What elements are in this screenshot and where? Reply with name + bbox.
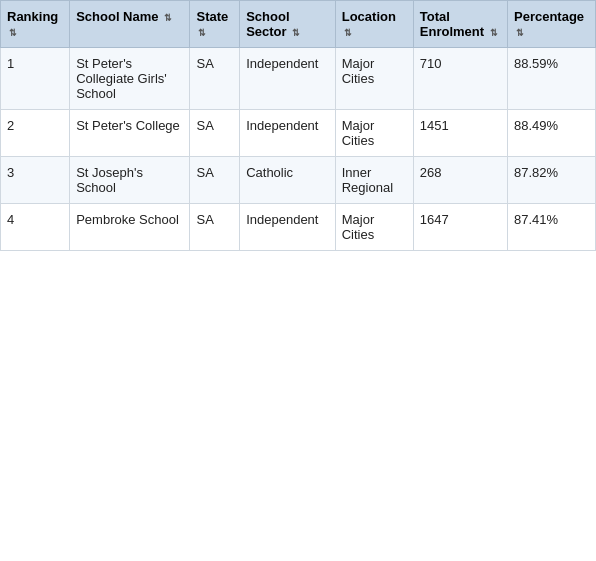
col-label-totalenrolment: Total Enrolment bbox=[420, 9, 484, 39]
cell-schoolSector: Independent bbox=[240, 204, 336, 251]
cell-percentage: 88.49% bbox=[508, 110, 596, 157]
col-header-totalenrolment[interactable]: Total Enrolment ⇅ bbox=[413, 1, 507, 48]
cell-schoolSector: Catholic bbox=[240, 157, 336, 204]
col-label-ranking: Ranking bbox=[7, 9, 58, 24]
col-header-location[interactable]: Location ⇅ bbox=[335, 1, 413, 48]
col-header-schoolsector[interactable]: School Sector ⇅ bbox=[240, 1, 336, 48]
col-header-schoolname[interactable]: School Name ⇅ bbox=[70, 1, 190, 48]
cell-location: Major Cities bbox=[335, 110, 413, 157]
table-row: 2St Peter's CollegeSAIndependentMajor Ci… bbox=[1, 110, 596, 157]
cell-ranking: 2 bbox=[1, 110, 70, 157]
cell-totalEnrolment: 710 bbox=[413, 48, 507, 110]
col-label-schoolname: School Name bbox=[76, 9, 158, 24]
cell-percentage: 87.41% bbox=[508, 204, 596, 251]
table-body: 1St Peter's Collegiate Girls' SchoolSAIn… bbox=[1, 48, 596, 251]
cell-schoolName: Pembroke School bbox=[70, 204, 190, 251]
table-row: 4Pembroke SchoolSAIndependentMajor Citie… bbox=[1, 204, 596, 251]
cell-schoolName: St Peter's Collegiate Girls' School bbox=[70, 48, 190, 110]
sort-icon-state[interactable]: ⇅ bbox=[198, 28, 206, 38]
cell-schoolName: St Joseph's School bbox=[70, 157, 190, 204]
cell-location: Inner Regional bbox=[335, 157, 413, 204]
col-label-location: Location bbox=[342, 9, 396, 24]
col-label-percentage: Percentage bbox=[514, 9, 584, 24]
cell-schoolSector: Independent bbox=[240, 110, 336, 157]
cell-ranking: 4 bbox=[1, 204, 70, 251]
cell-state: SA bbox=[190, 204, 240, 251]
cell-percentage: 87.82% bbox=[508, 157, 596, 204]
cell-state: SA bbox=[190, 48, 240, 110]
col-header-percentage[interactable]: Percentage ⇅ bbox=[508, 1, 596, 48]
cell-ranking: 1 bbox=[1, 48, 70, 110]
cell-location: Major Cities bbox=[335, 204, 413, 251]
sort-icon-location[interactable]: ⇅ bbox=[344, 28, 352, 38]
table-row: 3St Joseph's SchoolSACatholicInner Regio… bbox=[1, 157, 596, 204]
col-label-schoolsector: School Sector bbox=[246, 9, 289, 39]
cell-percentage: 88.59% bbox=[508, 48, 596, 110]
cell-totalEnrolment: 1451 bbox=[413, 110, 507, 157]
cell-totalEnrolment: 268 bbox=[413, 157, 507, 204]
cell-location: Major Cities bbox=[335, 48, 413, 110]
rankings-table: Ranking ⇅ School Name ⇅ State ⇅ School S… bbox=[0, 0, 596, 251]
table-row: 1St Peter's Collegiate Girls' SchoolSAIn… bbox=[1, 48, 596, 110]
cell-state: SA bbox=[190, 110, 240, 157]
cell-ranking: 3 bbox=[1, 157, 70, 204]
sort-icon-totalenrolment[interactable]: ⇅ bbox=[490, 28, 498, 38]
sort-icon-schoolsector[interactable]: ⇅ bbox=[292, 28, 300, 38]
table-header-row: Ranking ⇅ School Name ⇅ State ⇅ School S… bbox=[1, 1, 596, 48]
sort-icon-ranking[interactable]: ⇅ bbox=[9, 28, 17, 38]
cell-schoolSector: Independent bbox=[240, 48, 336, 110]
sort-icon-percentage[interactable]: ⇅ bbox=[516, 28, 524, 38]
col-header-state[interactable]: State ⇅ bbox=[190, 1, 240, 48]
col-label-state: State bbox=[196, 9, 228, 24]
cell-schoolName: St Peter's College bbox=[70, 110, 190, 157]
cell-state: SA bbox=[190, 157, 240, 204]
sort-icon-schoolname[interactable]: ⇅ bbox=[164, 13, 172, 23]
cell-totalEnrolment: 1647 bbox=[413, 204, 507, 251]
col-header-ranking[interactable]: Ranking ⇅ bbox=[1, 1, 70, 48]
